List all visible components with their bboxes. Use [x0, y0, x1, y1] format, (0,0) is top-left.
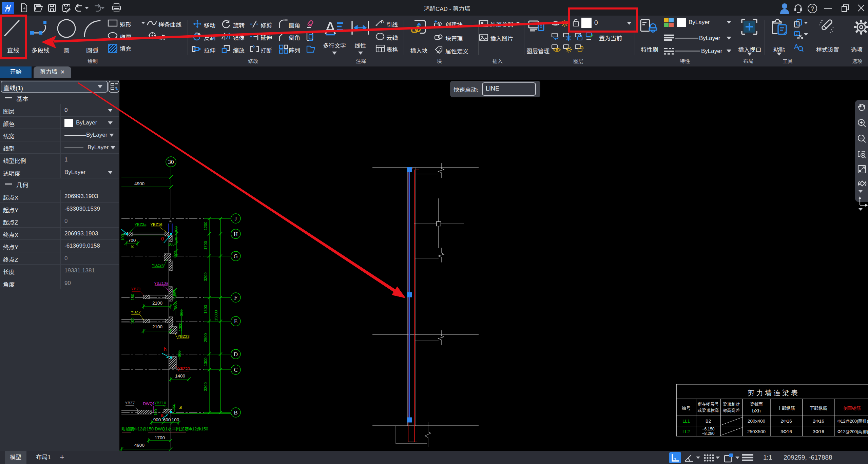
- svg-text:−6.150: −6.150: [702, 427, 714, 431]
- svg-text:Φ12@200(两排): Φ12@200(两排): [837, 419, 868, 424]
- svg-text:LL1: LL1: [682, 419, 690, 424]
- svg-text:B2: B2: [706, 419, 711, 424]
- svg-text:LL2: LL2: [682, 429, 690, 434]
- svg-text:梁顶相对: 梁顶相对: [723, 402, 740, 407]
- svg-text:所在楼层号: 所在楼层号: [698, 402, 719, 407]
- svg-text:标高高差: 标高高差: [723, 408, 740, 413]
- svg-text:3Φ16: 3Φ16: [780, 429, 792, 434]
- svg-text:A: A: [381, 19, 384, 24]
- svg-text:200x400: 200x400: [748, 419, 765, 424]
- svg-text:3Φ16: 3Φ16: [813, 429, 824, 434]
- svg-text:2Φ16: 2Φ16: [813, 419, 824, 424]
- svg-text:或梁顶标高: 或梁顶标高: [698, 408, 719, 413]
- svg-text:Φ12@200(两排): Φ12@200(两排): [837, 429, 868, 434]
- svg-text:bXh: bXh: [752, 408, 761, 413]
- svg-text:2Φ16: 2Φ16: [780, 419, 792, 424]
- svg-text:A: A: [794, 43, 799, 50]
- svg-text:梁截面: 梁截面: [750, 402, 763, 407]
- svg-text:上部纵筋: 上部纵筋: [777, 406, 795, 411]
- svg-text:编号: 编号: [682, 406, 691, 411]
- svg-text:侧面钢筋: 侧面钢筋: [843, 406, 861, 411]
- svg-text:−8.280: −8.280: [702, 431, 714, 436]
- svg-text:250X500: 250X500: [747, 429, 766, 434]
- svg-text:剪 力 墙 连 梁 表: 剪 力 墙 连 梁 表: [748, 389, 798, 397]
- svg-text:下部纵筋: 下部纵筋: [810, 406, 827, 411]
